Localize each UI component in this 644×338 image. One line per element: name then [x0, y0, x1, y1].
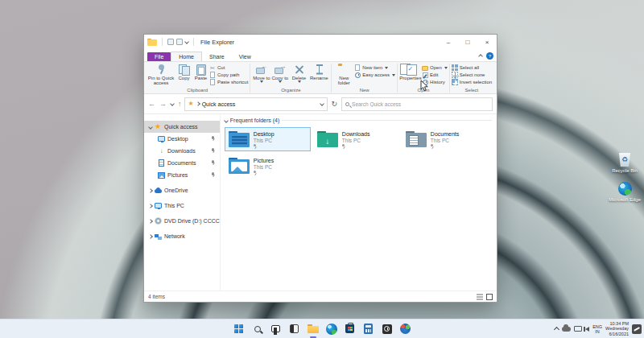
forward-button[interactable]: → [159, 101, 167, 108]
open-button[interactable]: Open [422, 64, 448, 71]
onedrive-tray-icon[interactable] [562, 327, 571, 332]
breadcrumb-location[interactable]: Quick access [202, 101, 236, 107]
tray-day: Wednesday [605, 326, 629, 332]
clock-taskbar-button[interactable] [381, 323, 394, 336]
minimize-ribbon-icon[interactable] [478, 54, 483, 59]
edge-shortcut[interactable]: Microsoft Edge [607, 182, 642, 203]
divider [193, 38, 194, 46]
network-tray-icon[interactable] [574, 326, 582, 332]
sidebar-item-quick-access[interactable]: ★ Quick access [144, 121, 220, 133]
taskbar-icons [0, 319, 644, 338]
collapse-chevron-icon[interactable] [148, 234, 153, 239]
tab-view[interactable]: View [232, 52, 258, 61]
delete-button[interactable]: Delete [289, 63, 308, 83]
sidebar-item-onedrive[interactable]: OneDrive [144, 184, 220, 196]
file-menu-button[interactable]: File [147, 52, 171, 61]
folder-tile-pictures[interactable]: Pictures This PC [225, 154, 311, 178]
folder-tile-desktop[interactable]: Desktop This PC [225, 127, 311, 151]
select-none-button[interactable]: Select none [452, 72, 492, 78]
file-explorer-icon [308, 324, 319, 333]
cut-button[interactable]: ✂ Cut [209, 64, 248, 71]
title-bar[interactable]: File Explorer – □ × [144, 35, 497, 49]
copy-to-button[interactable]: → Copy to [270, 63, 289, 83]
sidebar-item-dvd-drive[interactable]: DVD Drive (D:) CCCC [144, 215, 220, 227]
up-button[interactable]: ↑ [178, 101, 182, 108]
task-view-button[interactable] [270, 323, 283, 336]
collapse-chevron-icon[interactable] [148, 204, 153, 208]
breadcrumb-chevron-icon[interactable] [196, 101, 200, 106]
search-input[interactable] [352, 101, 489, 107]
qat-properties-icon[interactable] [167, 39, 174, 45]
sidebar-item-documents[interactable]: Documents [144, 157, 220, 169]
folder-tile-downloads[interactable]: ↓ Downloads This PC [313, 127, 399, 151]
pin-to-quick-access-button[interactable]: Pin to Quick access [147, 63, 175, 85]
select-all-button[interactable]: Select all [452, 64, 492, 71]
search-box[interactable] [341, 97, 493, 111]
hidden-icons-chevron-icon[interactable] [554, 327, 559, 332]
sidebar-item-pictures[interactable]: Pictures [144, 169, 220, 181]
address-field[interactable]: ★ Quick access [184, 97, 328, 111]
paste-button[interactable]: Paste [192, 63, 209, 80]
search-button[interactable] [251, 323, 264, 336]
collapse-chevron-icon[interactable] [148, 219, 153, 224]
copy-button[interactable]: Copy [175, 63, 192, 80]
clock-date-area[interactable]: 10:34 PM Wednesday 6/16/2021 [605, 321, 629, 337]
edge-taskbar-button[interactable] [325, 323, 338, 336]
divider [162, 38, 163, 46]
app-taskbar-button[interactable] [399, 323, 412, 336]
notifications-icon[interactable] [632, 324, 642, 334]
sidebar-item-this-pc[interactable]: This PC [144, 200, 220, 212]
group-collapse-chevron-icon[interactable] [224, 118, 229, 123]
volume-tray-icon[interactable] [585, 327, 589, 332]
recycle-bin-shortcut[interactable]: ♻ Recycle Bin [607, 153, 642, 174]
copy-path-button[interactable]: Copy path [209, 72, 248, 78]
check-icon: ✓ [408, 65, 414, 72]
paste-shortcut-button[interactable]: Paste shortcut [209, 79, 248, 85]
desktop-icon [158, 136, 165, 142]
minimize-button[interactable]: – [439, 35, 458, 49]
large-icons-view-button[interactable] [486, 294, 493, 300]
select-none-label: Select none [460, 72, 485, 78]
store-taskbar-button[interactable] [344, 323, 357, 336]
maximize-button[interactable]: □ [458, 35, 477, 49]
qat-customize-caret-icon[interactable] [184, 39, 189, 44]
edit-button[interactable]: Edit [422, 72, 448, 78]
tile-name: Downloads [342, 131, 370, 138]
file-explorer-taskbar-button[interactable] [307, 323, 320, 336]
properties-button[interactable]: ✓ Properties [399, 63, 422, 80]
details-view-button[interactable] [477, 294, 483, 300]
start-button[interactable] [233, 323, 246, 336]
onedrive-icon [155, 187, 162, 194]
recent-locations-caret-icon[interactable] [170, 101, 175, 106]
invert-selection-button[interactable]: Invert selection [452, 79, 492, 85]
widgets-button[interactable] [288, 323, 301, 336]
sidebar-item-label: DVD Drive (D:) CCCC [164, 218, 220, 224]
new-folder-button[interactable]: New folder [333, 63, 354, 85]
help-button[interactable]: ? [486, 52, 493, 60]
qat-new-folder-icon[interactable] [176, 39, 183, 45]
group-header[interactable]: Frequent folders (4) [225, 117, 497, 123]
move-to-button[interactable]: ← Move to [252, 63, 270, 83]
tab-home[interactable]: Home [171, 52, 202, 61]
rename-button[interactable]: Rename [308, 63, 329, 80]
back-button[interactable]: ← [148, 101, 155, 108]
documents-icon [158, 159, 165, 167]
new-item-label: New item [362, 65, 382, 71]
tab-share[interactable]: Share [202, 52, 232, 61]
sidebar-item-desktop[interactable]: Desktop [144, 133, 220, 145]
refresh-button[interactable]: ↻ [330, 101, 340, 108]
select-none-icon [452, 72, 458, 78]
collapse-chevron-icon[interactable] [148, 188, 153, 193]
dropdown-caret-icon [444, 67, 448, 69]
expand-chevron-icon[interactable] [148, 125, 153, 130]
folder-tile-documents[interactable]: Documents This PC [402, 127, 488, 151]
easy-access-button[interactable]: Easy access [354, 72, 395, 78]
sidebar-item-downloads[interactable]: ↓ Downloads [144, 145, 220, 157]
new-item-button[interactable]: New item [354, 64, 395, 71]
language-indicator[interactable]: ENG IN [592, 324, 602, 334]
address-dropdown-caret-icon[interactable] [320, 101, 324, 106]
sidebar-item-network[interactable]: Network [144, 230, 220, 242]
calculator-taskbar-button[interactable] [362, 323, 375, 336]
sidebar-item-label: Quick access [164, 124, 198, 130]
close-button[interactable]: × [477, 35, 497, 49]
